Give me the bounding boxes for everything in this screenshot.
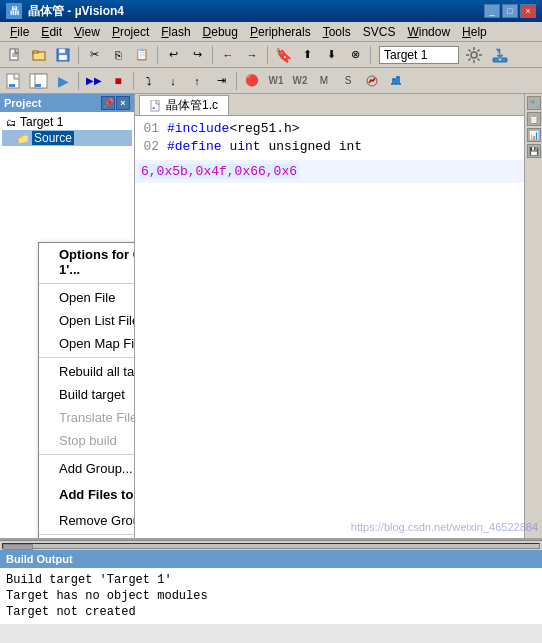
menu-bar: File Edit View Project Flash Debug Perip… <box>0 22 542 42</box>
step-into-button[interactable]: ↓ <box>162 71 184 91</box>
output-scrollbar[interactable] <box>0 540 542 550</box>
step-out-button[interactable]: ↑ <box>186 71 208 91</box>
ctx-stop-build-label: Stop build <box>59 433 117 448</box>
ctx-open-map[interactable]: Open Map File <box>39 332 135 355</box>
target-dropdown[interactable] <box>379 46 459 64</box>
maximize-button[interactable]: □ <box>502 4 518 18</box>
clear-bookmark-button[interactable]: ⊗ <box>344 45 366 65</box>
menu-debug[interactable]: Debug <box>197 23 244 41</box>
menu-svcs[interactable]: SVCS <box>357 23 402 41</box>
serial-button[interactable]: S <box>337 71 359 91</box>
menu-tools[interactable]: Tools <box>317 23 357 41</box>
ctx-manage[interactable]: 🔧 Manage Components... <box>39 537 135 538</box>
prev-bookmark-button[interactable]: ⬆ <box>296 45 318 65</box>
ctx-sep-2 <box>39 357 135 358</box>
separator-3 <box>212 46 213 64</box>
project-panel: Project 📌 × 🗂 Target 1 📁 Source Options … <box>0 94 135 538</box>
perf-button[interactable] <box>361 71 383 91</box>
cut-button[interactable]: ✂ <box>83 45 105 65</box>
step-over-button[interactable]: ⤵ <box>138 71 160 91</box>
menu-window[interactable]: Window <box>401 23 456 41</box>
minimize-button[interactable]: _ <box>484 4 500 18</box>
app-title: 晶体管 - µVision4 <box>28 3 124 20</box>
run-button[interactable]: ▶▶ <box>83 71 105 91</box>
breakpoints-button[interactable]: 🔴 <box>241 71 263 91</box>
logic-button[interactable] <box>385 71 407 91</box>
ctx-add-files[interactable]: Add Files to Group 'Source Group 1'... ← <box>39 480 135 509</box>
tree-source-group[interactable]: 📁 Source <box>2 130 132 146</box>
side-icon-3[interactable]: 📊 <box>527 128 541 142</box>
run-to-cursor-button[interactable]: ⇥ <box>210 71 232 91</box>
tab-main-c[interactable]: .c 晶体管1.c <box>139 95 229 115</box>
line1-code: #include<reg51.h> <box>167 120 300 138</box>
ctx-open-file[interactable]: Open File <box>39 286 135 309</box>
panel-close-button[interactable]: × <box>116 96 130 110</box>
copy-button[interactable]: ⎘ <box>107 45 129 65</box>
close-button[interactable]: × <box>520 4 536 18</box>
menu-file[interactable]: File <box>4 23 35 41</box>
undo-button[interactable]: ↩ <box>162 45 184 65</box>
ctx-sep-1 <box>39 283 135 284</box>
separator-tb2-1 <box>78 72 79 90</box>
download-button[interactable]: ▼ <box>489 45 511 65</box>
mem-window-button[interactable]: M <box>313 71 335 91</box>
tab-bar: .c 晶体管1.c <box>135 94 524 116</box>
save-button[interactable] <box>52 45 74 65</box>
settings-button[interactable] <box>463 45 485 65</box>
menu-view[interactable]: View <box>68 23 106 41</box>
ctx-add-group-label: Add Group... <box>59 461 133 476</box>
menu-flash[interactable]: Flash <box>155 23 196 41</box>
stop-button[interactable]: ■ <box>107 71 129 91</box>
debug-start-button[interactable]: ▶ <box>52 71 74 91</box>
paste-button[interactable]: 📋 <box>131 45 153 65</box>
compile-button[interactable] <box>4 71 26 91</box>
back-button[interactable]: ← <box>217 45 239 65</box>
menu-peripherals[interactable]: Peripherals <box>244 23 317 41</box>
separator-1 <box>78 46 79 64</box>
hex-data-line: 6,0x5b,0x4f,0x66,0x6 <box>135 160 524 183</box>
ctx-add-files-label: Add Files to Group 'Source Group 1'... <box>59 487 135 502</box>
forward-button[interactable]: → <box>241 45 263 65</box>
ctx-build[interactable]: Build target F7 <box>39 383 135 406</box>
separator-5 <box>370 46 371 64</box>
main-area: Project 📌 × 🗂 Target 1 📁 Source Options … <box>0 94 542 538</box>
title-controls: _ □ × <box>484 4 536 18</box>
menu-project[interactable]: Project <box>106 23 155 41</box>
side-icon-2[interactable]: 📋 <box>527 112 541 126</box>
rebuild-button[interactable] <box>28 71 50 91</box>
folder-icon: 🗂 <box>4 115 18 129</box>
ctx-add-group[interactable]: Add Group... <box>39 457 135 480</box>
line-num-1: 01 <box>139 120 159 138</box>
title-bar-left: 晶 晶体管 - µVision4 <box>6 3 124 20</box>
menu-edit[interactable]: Edit <box>35 23 68 41</box>
target-select-area: ▼ <box>379 45 511 65</box>
next-bookmark-button[interactable]: ⬇ <box>320 45 342 65</box>
svg-rect-15 <box>35 84 41 87</box>
watch1-button[interactable]: W1 <box>265 71 287 91</box>
new-button[interactable] <box>4 45 26 65</box>
ctx-remove-group[interactable]: Remove Group 'Source Group 1' and its Fi… <box>39 509 135 532</box>
hex-prefix: 6,0x5b,0x4f,0x66,0x6 <box>139 164 299 179</box>
panel-title: Project <box>4 97 41 109</box>
ctx-rebuild[interactable]: Rebuild all target files <box>39 360 135 383</box>
watch2-button[interactable]: W2 <box>289 71 311 91</box>
panel-header: Project 📌 × <box>0 94 134 112</box>
bookmark-button[interactable]: 🔖 <box>272 45 294 65</box>
tree-root[interactable]: 🗂 Target 1 <box>2 114 132 130</box>
editor-content[interactable]: 01 #include<reg51.h> 02 #define uint uns… <box>135 116 524 160</box>
panel-pin-button[interactable]: 📌 <box>101 96 115 110</box>
side-icon-1[interactable]: 🔧 <box>527 96 541 110</box>
ctx-sep-3 <box>39 454 135 455</box>
scrollbar-track[interactable] <box>2 543 540 549</box>
ctx-options-label: Options for Group 'Source Group 1'... <box>59 247 135 277</box>
ctx-options[interactable]: Options for Group 'Source Group 1'... Al… <box>39 243 135 281</box>
tab-label: 晶体管1.c <box>166 97 218 114</box>
menu-help[interactable]: Help <box>456 23 493 41</box>
open-button[interactable] <box>28 45 50 65</box>
separator-4 <box>267 46 268 64</box>
scrollbar-thumb[interactable] <box>3 544 33 550</box>
ctx-open-list[interactable]: Open List File <box>39 309 135 332</box>
line-num-2: 02 <box>139 138 159 156</box>
side-icon-4[interactable]: 💾 <box>527 144 541 158</box>
redo-button[interactable]: ↪ <box>186 45 208 65</box>
